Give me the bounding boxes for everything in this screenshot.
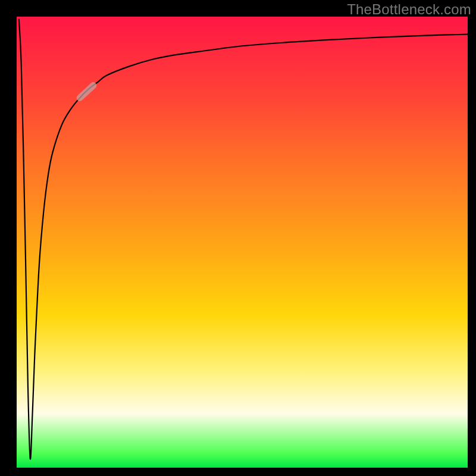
chart-frame: TheBottleneck.com <box>0 0 476 476</box>
watermark-text: TheBottleneck.com <box>347 1 471 18</box>
operating-segment-marker <box>80 86 93 98</box>
chart-svg <box>17 17 468 468</box>
bottleneck-curve <box>19 19 468 459</box>
plot-area <box>17 17 468 468</box>
